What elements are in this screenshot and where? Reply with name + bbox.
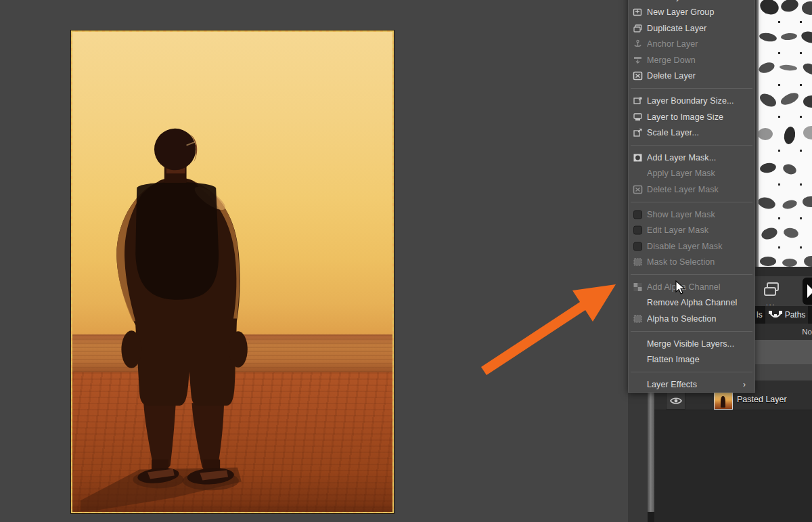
menu-separator <box>628 270 755 279</box>
layer-context-menu: New Layer...New Layer GroupDuplicate Lay… <box>628 0 755 393</box>
dock-header-row: ... <box>755 276 812 306</box>
photo-man-silhouette <box>72 32 392 512</box>
menu-item-add-layer-mask[interactable]: Add Layer Mask... <box>628 150 755 166</box>
checkbox-icon <box>632 241 644 251</box>
menu-separator <box>628 368 755 376</box>
boundary-size-icon <box>632 96 644 106</box>
menu-item-flatten-image[interactable]: Flatten Image <box>628 351 755 368</box>
menu-item-delete-layer-mask[interactable]: Delete Layer Mask <box>628 181 755 198</box>
canvas-gutter <box>628 391 648 522</box>
menu-item-label: New Layer... <box>647 0 755 1</box>
anchor-icon <box>632 39 644 49</box>
submenu-chevron-icon: › <box>743 380 752 389</box>
menu-item-label: Disable Layer Mask <box>647 242 755 251</box>
merge-down-icon <box>632 55 644 65</box>
menu-item-label: Scale Layer... <box>647 128 755 137</box>
delete-icon <box>632 71 644 81</box>
menu-item-label: Add Alpha Channel <box>647 282 755 292</box>
canvas-image[interactable] <box>71 30 394 513</box>
selection-icon <box>632 313 644 324</box>
no-icon <box>632 355 644 365</box>
menu-item-label: Alpha to Selection <box>647 314 755 324</box>
menu-item-mask-to-selection[interactable]: Mask to Selection <box>628 254 755 270</box>
layers-dialog-icon[interactable] <box>762 280 782 299</box>
menu-item-duplicate-layer[interactable]: Duplicate Layer <box>628 20 755 37</box>
photo-beach-sunset <box>72 32 392 512</box>
layer-visibility-toggle[interactable] <box>666 392 685 410</box>
menu-separator <box>628 198 755 206</box>
layer-name[interactable]: Pasted Layer <box>737 395 787 404</box>
menu-item-label: Edit Layer Mask <box>647 225 755 235</box>
menu-item-label: Remove Alpha Channel <box>647 298 755 307</box>
app-window: ... ls Paths No <box>0 0 812 522</box>
menu-item-label: Layer Effects <box>647 380 743 389</box>
annotation-arrow <box>476 272 625 380</box>
no-icon <box>632 339 644 349</box>
menu-item-delete-layer[interactable]: Delete Layer <box>628 68 755 85</box>
alpha-icon <box>632 282 644 292</box>
vertical-scrollbar[interactable] <box>648 391 654 522</box>
menu-item-label: New Layer Group <box>647 7 755 17</box>
panel-expand-button[interactable] <box>803 278 812 305</box>
layer-thumbnail[interactable] <box>714 392 733 410</box>
menu-item-merge-visible-layers[interactable]: Merge Visible Layers... <box>628 336 755 352</box>
checkbox-icon <box>632 209 644 219</box>
tab-channels-fragment[interactable]: ls <box>755 310 765 320</box>
checkbox-icon <box>632 225 644 236</box>
opacity-slider[interactable] <box>755 340 812 364</box>
menu-item-label: Delete Layer <box>647 71 755 81</box>
menu-item-layer-to-image-size[interactable]: Layer to Image Size <box>628 109 755 125</box>
menu-item-remove-alpha-channel[interactable]: Remove Alpha Channel <box>628 295 755 311</box>
menu-item-apply-layer-mask[interactable]: Apply Layer Mask <box>628 166 755 182</box>
menu-item-label: Mask to Selection <box>647 257 755 267</box>
menu-item-merge-down[interactable]: Merge Down <box>628 52 755 68</box>
tab-paths[interactable]: Paths <box>765 306 809 324</box>
selection-icon <box>632 257 644 267</box>
menu-item-label: Apply Layer Mask <box>647 169 755 178</box>
menu-item-label: Add Layer Mask... <box>647 153 755 162</box>
menu-separator <box>628 84 755 93</box>
no-icon <box>632 0 644 1</box>
scale-icon <box>632 128 644 138</box>
brushes-panel[interactable] <box>757 0 812 267</box>
lock-options-row <box>755 364 812 380</box>
delete-mask-icon <box>632 184 644 194</box>
menu-item-scale-layer[interactable]: Scale Layer... <box>628 125 755 141</box>
mode-value-fragment: No <box>802 328 812 336</box>
menu-item-label: Layer Boundary Size... <box>647 96 755 106</box>
layers-panel: Pasted Layer <box>654 391 812 522</box>
menu-item-layer-boundary-size[interactable]: Layer Boundary Size... <box>628 93 755 109</box>
layer-thumbnail-figure <box>721 396 725 408</box>
menu-item-label: Merge Down <box>647 56 755 65</box>
menu-item-label: Anchor Layer <box>647 39 755 49</box>
no-icon <box>632 298 644 308</box>
layer-row-pasted-layer[interactable]: Pasted Layer <box>654 391 812 410</box>
menu-item-alpha-to-selection[interactable]: Alpha to Selection <box>628 311 755 327</box>
menu-item-label: Layer to Image Size <box>647 112 755 122</box>
no-icon <box>632 380 644 390</box>
menu-item-edit-layer-mask[interactable]: Edit Layer Mask <box>628 222 755 238</box>
tab-paths-label: Paths <box>785 310 806 320</box>
eye-icon <box>670 397 682 405</box>
layer-mode-row[interactable]: No <box>755 324 812 340</box>
layers-list-top <box>755 380 812 391</box>
menu-item-label: Delete Layer Mask <box>647 185 755 194</box>
dock-divider <box>755 267 812 276</box>
menu-item-label: Duplicate Layer <box>647 24 755 33</box>
add-mask-icon <box>632 152 644 162</box>
layer-to-image-icon <box>632 112 644 122</box>
no-icon <box>632 169 644 179</box>
layer-group-icon <box>632 7 644 18</box>
menu-item-new-layer-group[interactable]: New Layer Group <box>628 5 755 21</box>
menu-item-add-alpha-channel[interactable]: Add Alpha Channel <box>628 279 755 295</box>
menu-separator <box>628 141 755 150</box>
menu-item-label: Merge Visible Layers... <box>647 339 755 349</box>
menu-item-anchor-layer[interactable]: Anchor Layer <box>628 37 755 53</box>
menu-item-disable-layer-mask[interactable]: Disable Layer Mask <box>628 238 755 255</box>
dock-tab-bar: ls Paths <box>755 306 812 324</box>
menu-item-layer-effects[interactable]: Layer Effects› <box>628 376 755 393</box>
duplicate-icon <box>632 23 644 33</box>
menu-separator <box>628 327 755 336</box>
menu-item-show-layer-mask[interactable]: Show Layer Mask <box>628 206 755 223</box>
paths-icon <box>768 310 783 320</box>
